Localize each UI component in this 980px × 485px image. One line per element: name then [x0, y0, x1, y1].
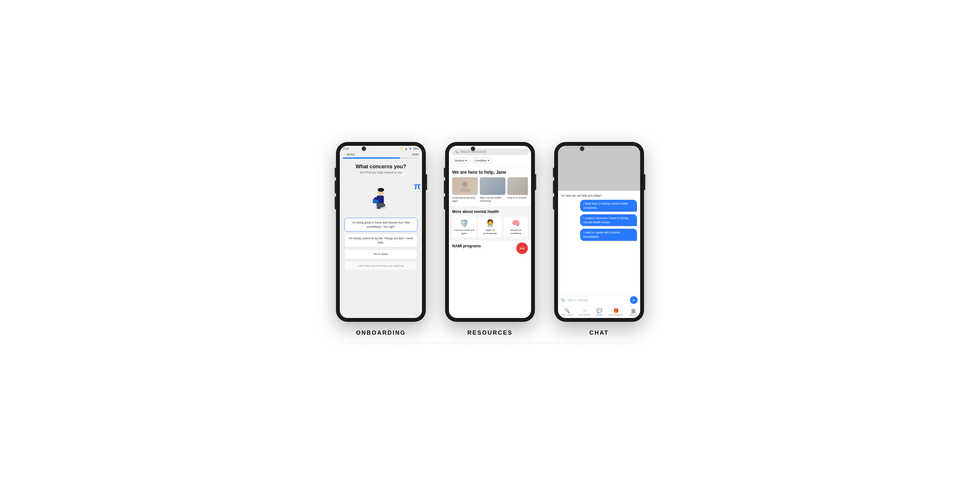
hero-cards-row: Understand warning signs Take mental hea…: [452, 177, 528, 203]
search-placeholder: Search Resources: [460, 150, 487, 153]
status-icons: ⚡ ▲ ▼ 59%: [400, 147, 419, 150]
user-message-2: I need to speak with a doctor immediatel…: [580, 229, 637, 241]
nav-chat[interactable]: 💬 CHAT: [596, 308, 602, 316]
onboarding-phone-shell: 3:19 ⚡ ▲ ▼ 59% ← BACK SKIP: [336, 142, 426, 322]
volume-down-button: [553, 180, 554, 193]
dropdown-chevron: ▾: [488, 159, 489, 162]
hero-card-2[interactable]: How to to friend?: [508, 177, 528, 203]
hero-section: We are here to help, Jane: [449, 166, 531, 203]
chat-icon: 💬: [597, 308, 602, 313]
send-button[interactable]: ➤: [630, 296, 638, 304]
choice-item-3[interactable]: I don't have any concerns, just explorin…: [344, 261, 417, 270]
power-button: [644, 174, 645, 190]
nami-section: NAMI programs SOS: [449, 241, 531, 252]
chat-input-row: 📎 Type a message ➤: [558, 294, 640, 306]
status-time: 3:19: [343, 147, 349, 150]
student-filter[interactable]: Student ▾: [452, 158, 470, 163]
user-message-0: I think that I'm facing mental health sy…: [580, 200, 637, 212]
volume-up-button: [335, 168, 336, 177]
search-icon: 🔍: [455, 150, 458, 153]
mental-health-section: More about mental health 🛡️ Common treat…: [449, 206, 531, 241]
nav-about[interactable]: 🏛️ ABOUT: [629, 308, 637, 316]
chat-screen: Hi, how can we help you today? I think t…: [558, 146, 640, 318]
silent-button: [444, 196, 445, 209]
dropdown-chevron: ▾: [465, 159, 467, 162]
choice-item-1[interactable]: I'm losing control of my life. Things ar…: [344, 233, 417, 247]
hero-card-label-0: Understand warning signs: [452, 196, 478, 203]
sos-button[interactable]: SOS: [516, 242, 528, 254]
hero-card-image-0: [452, 177, 478, 195]
pi-symbol: π: [414, 181, 421, 191]
choice-item-0[interactable]: I'm doing good in home and classes but I…: [344, 218, 417, 231]
hero-title: We are here to help, Jane: [452, 169, 528, 175]
onboarding-title: What concerns you?: [344, 164, 417, 169]
silent-button: [335, 196, 336, 209]
chat-phone-shell: Hi, how can we help you today? I think t…: [554, 142, 644, 322]
icon-card-label-1: Types of professionals: [479, 229, 501, 235]
message-input[interactable]: Type a message: [567, 298, 628, 302]
skip-button[interactable]: SKIP: [412, 153, 419, 156]
icon-card-1[interactable]: 🧑‍⚕️ Types of professionals: [478, 217, 502, 238]
nav-find-help[interactable]: 🔍 FIND HELP: [561, 308, 573, 316]
chat-section: Hi, how can we help you today? I think t…: [554, 142, 644, 336]
find-help-icon: 🔍: [565, 308, 570, 313]
phones-container: 3:19 ⚡ ▲ ▼ 59% ← BACK SKIP: [336, 142, 644, 336]
volume-down-button: [444, 180, 445, 193]
icon-card-label-0: Common treatment types: [453, 229, 475, 235]
person-silhouette: [458, 180, 471, 193]
chat-header-image: [558, 146, 640, 191]
hero-card-0[interactable]: Understand warning signs: [452, 177, 478, 203]
section-title: More about mental health: [452, 209, 528, 214]
chat-messages: Hi, how can we help you today? I think t…: [558, 191, 640, 294]
nav-contribute[interactable]: 🎁 CONTRIBUTE: [608, 308, 624, 316]
silent-button: [553, 196, 554, 209]
resources-section: 🔍 Search Resources Student ▾ Condition ▾: [445, 142, 535, 336]
search-bar[interactable]: 🔍 Search Resources: [452, 148, 528, 155]
hero-card-image-1: [480, 177, 505, 195]
bot-greeting: Hi, how can we help you today?: [561, 194, 602, 197]
contribute-icon: 🎁: [613, 308, 619, 313]
hero-card-label-1: Take mental health screening: [480, 196, 505, 203]
about-icon: 🏛️: [630, 308, 636, 313]
onboarding-subtitle: We'll find you help nearest to you: [344, 171, 417, 174]
icon-card-2[interactable]: 🧠 Mental he conditions: [504, 217, 528, 238]
person-illustration: [370, 181, 392, 210]
chat-label: CHAT: [589, 330, 609, 336]
hero-card-1[interactable]: Take mental health screening: [480, 177, 505, 203]
onboarding-content: What concerns you? We'll find you help n…: [340, 159, 422, 274]
wifi-icon: ▲: [405, 147, 407, 150]
condition-filter[interactable]: Condition ▾: [472, 158, 492, 163]
bluetooth-icon: ⚡: [400, 147, 403, 150]
choices-list: I'm doing good in home and classes but I…: [344, 218, 417, 270]
choice-item-2[interactable]: I'm in crisis.: [344, 249, 417, 259]
svg-rect-8: [374, 197, 379, 200]
bottom-divider: [345, 343, 635, 343]
filters-row: Student ▾ Condition ▾: [449, 158, 531, 166]
status-bar: 3:19 ⚡ ▲ ▼ 59%: [340, 146, 422, 152]
icon-card-0[interactable]: 🛡️ Common treatment types: [452, 217, 476, 238]
svg-point-10: [462, 182, 468, 187]
illustration: π: [344, 178, 417, 213]
conditions-icon: 🧠: [512, 219, 520, 227]
svg-point-6: [378, 188, 384, 192]
icon-card-label-2: Mental he conditions: [505, 229, 527, 235]
volume-up-button: [444, 168, 445, 177]
nav-favorite[interactable]: ☆ FAVORITE: [579, 308, 591, 316]
battery-text: 59%: [413, 147, 419, 150]
hero-card-label-2: How to to friend?: [508, 196, 528, 199]
resources-phone-shell: 🔍 Search Resources Student ▾ Condition ▾: [445, 142, 535, 322]
icon-cards-row: 🛡️ Common treatment types 🧑‍⚕️ Types of …: [452, 217, 528, 238]
onboarding-section: 3:19 ⚡ ▲ ▼ 59% ← BACK SKIP: [336, 142, 426, 336]
onboarding-label: ONBOARDING: [356, 330, 406, 336]
attach-icon[interactable]: 📎: [561, 298, 565, 302]
favorite-icon: ☆: [583, 308, 587, 313]
back-button[interactable]: ← BACK: [343, 153, 355, 156]
svg-point-9: [376, 203, 385, 207]
onboarding-nav: ← BACK SKIP: [340, 152, 422, 157]
treatment-icon: 🛡️: [460, 219, 468, 227]
volume-down-button: [335, 180, 336, 193]
user-message-1: I suspect someone I know is facing menta…: [580, 214, 637, 226]
volume-up-button: [553, 168, 554, 177]
chat-nav-bar: 🔍 FIND HELP ☆ FAVORITE 💬 CHAT 🎁 CONTRIBU…: [558, 306, 640, 318]
onboarding-screen: 3:19 ⚡ ▲ ▼ 59% ← BACK SKIP: [340, 146, 422, 318]
